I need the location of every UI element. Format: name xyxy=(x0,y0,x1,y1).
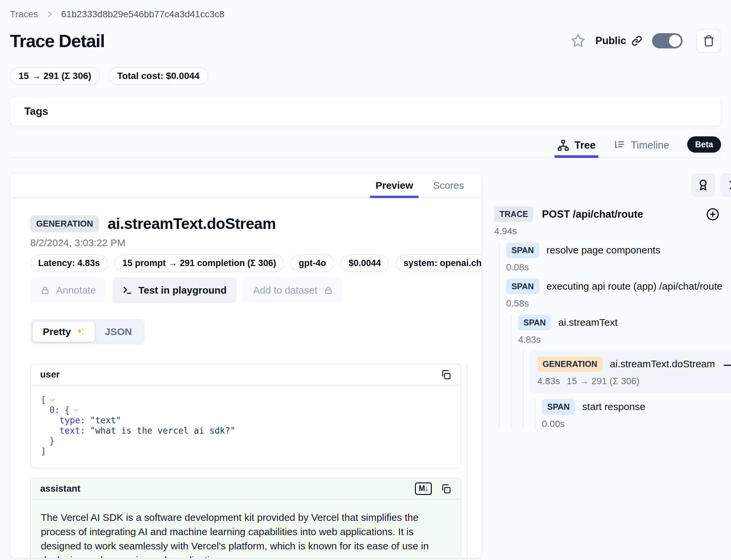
selected-tree-node[interactable]: GENERATION ai.streamText.doStream 4.83s … xyxy=(530,350,731,393)
markdown-icon[interactable]: M↓ xyxy=(415,482,432,495)
collapse-node-icon[interactable] xyxy=(722,356,731,371)
tab-scores[interactable]: Scores xyxy=(423,174,474,197)
lock-icon xyxy=(40,285,50,295)
tree-node[interactable]: SPAN resolve page components 0.08s xyxy=(506,243,731,273)
toggle-knob xyxy=(669,35,681,47)
tab-timeline-label: Timeline xyxy=(631,139,669,151)
trace-summary-chips: 15 → 291 (Σ 306) Total cost: $0.0044 xyxy=(10,67,721,85)
chevron-down-icon[interactable] xyxy=(49,396,56,404)
tree-node[interactable]: SPAN start response 0.00s xyxy=(542,399,731,429)
breadcrumb-trace-id: 61b2333d8b29e546bb77c4a3d41cc3c8 xyxy=(61,9,225,20)
assistant-role-label: assistant xyxy=(40,483,80,494)
code-line: ] xyxy=(41,446,451,456)
code-token: ] xyxy=(41,446,46,456)
user-message-card: user [ 0: { xyxy=(30,364,461,468)
annotate-label: Annotate xyxy=(56,285,96,296)
copy-icon[interactable] xyxy=(440,483,451,494)
system-pill: system: openai.chat xyxy=(396,254,481,272)
annotate-button[interactable]: Annotate xyxy=(30,277,106,303)
code-token: type: xyxy=(59,415,85,426)
observation-metadata-pills: Latency: 4.83s 15 prompt → 291 completio… xyxy=(30,254,461,272)
trace-detail-page: { "accent_color": "#4a4de0", "breadcrumb… xyxy=(0,0,731,560)
code-line: 0: { xyxy=(41,405,451,415)
chevron-down-icon[interactable] xyxy=(72,407,80,414)
tags-card: Tags xyxy=(10,96,721,126)
beta-badge: Beta xyxy=(687,136,721,153)
copy-icon[interactable] xyxy=(440,369,451,380)
node-label: executing api route (app) /api/chat/rout… xyxy=(547,279,724,293)
node-label: resolve page components xyxy=(547,243,661,257)
observation-actions: Annotate Test in playground Add to datas… xyxy=(30,277,461,303)
trace-root-row[interactable]: TRACE POST /api/chat/route xyxy=(494,206,731,222)
code-token: } xyxy=(49,436,55,446)
view-tabs: Tree Timeline Beta xyxy=(10,135,721,158)
tab-tree-label: Tree xyxy=(574,139,596,151)
timeline-icon xyxy=(614,139,625,151)
observation-panel: Preview Scores GENERATION ai.streamText.… xyxy=(10,173,481,558)
breadcrumb: Traces 61b2333d8b29e546bb77c4a3d41cc3c8 xyxy=(10,8,721,21)
tab-preview-label: Preview xyxy=(375,180,413,191)
code-token: "what is the vercel ai sdk?" xyxy=(90,426,235,436)
tab-timeline[interactable]: Timeline xyxy=(614,139,669,157)
trace-root-label: POST /api/chat/route xyxy=(542,208,643,220)
public-toggle[interactable] xyxy=(652,33,683,48)
tree-level-2: SPAN ai.streamText 4.83s GENERATION ai.s… xyxy=(511,315,731,429)
panel-tabs: Preview Scores xyxy=(10,174,481,198)
tree-actions xyxy=(494,173,731,197)
tree-icon xyxy=(557,139,569,151)
assistant-message-header: assistant M↓ xyxy=(31,478,461,500)
public-control: Public xyxy=(595,35,642,47)
latency-pill: Latency: 4.83s xyxy=(30,254,108,272)
page-header: Trace Detail Public xyxy=(10,28,721,54)
node-duration: 0.00s xyxy=(542,419,731,429)
observation-timestamp: 8/2/2024, 3:03:22 PM xyxy=(30,237,461,248)
scrollbar-track[interactable] xyxy=(467,363,467,558)
code-line: type: "text" xyxy=(41,415,451,426)
code-token: "text" xyxy=(90,415,121,426)
trace-duration: 4.94s xyxy=(494,226,731,237)
generation-badge: GENERATION xyxy=(537,356,603,372)
header-controls: Public xyxy=(571,29,721,53)
assistant-message-card: assistant M↓ The Vercel AI SDK is a soft… xyxy=(30,478,461,558)
code-line: text: "what is the vercel ai sdk?" xyxy=(41,426,451,436)
test-in-playground-button[interactable]: Test in playground xyxy=(112,277,237,303)
tree-node[interactable]: SPAN ai.streamText 4.83s xyxy=(518,315,731,345)
node-token-usage: 15 → 291 (Σ 306) xyxy=(567,376,640,386)
code-token: { xyxy=(64,405,70,415)
format-toggle: Pretty JSON xyxy=(30,319,145,344)
trace-tree-panel: TRACE POST /api/chat/route 4.94s SPAN re… xyxy=(494,173,731,558)
node-duration: 4.83s xyxy=(537,376,560,386)
tree-level-1: SPAN resolve page components 0.08s SPAN … xyxy=(499,243,731,429)
observation-name: ai.streamText.doStream xyxy=(108,215,276,233)
pretty-label: Pretty xyxy=(43,326,71,337)
span-badge: SPAN xyxy=(506,243,539,258)
json-toggle[interactable]: JSON xyxy=(95,322,142,342)
delete-trace-button[interactable] xyxy=(696,29,721,53)
code-token: [ xyxy=(41,395,46,405)
collapse-all-button[interactable] xyxy=(720,173,731,197)
pretty-toggle[interactable]: Pretty xyxy=(33,322,95,342)
scores-award-button[interactable] xyxy=(691,173,715,197)
tree-node[interactable]: SPAN executing api route (app) /api/chat… xyxy=(506,279,731,309)
span-badge: SPAN xyxy=(506,279,539,294)
main-content: Preview Scores GENERATION ai.streamText.… xyxy=(10,173,721,558)
tab-preview[interactable]: Preview xyxy=(366,174,423,197)
span-badge: SPAN xyxy=(542,399,575,415)
assistant-message-text: The Vercel AI SDK is a software developm… xyxy=(31,500,461,558)
add-to-dataset-button[interactable]: Add to dataset xyxy=(243,277,343,303)
breadcrumb-traces-link[interactable]: Traces xyxy=(10,9,38,20)
tab-scores-label: Scores xyxy=(433,180,464,191)
code-line: } xyxy=(41,436,451,446)
observation-type-badge: GENERATION xyxy=(30,215,99,232)
chevron-right-icon xyxy=(45,10,54,19)
token-usage-chip: 15 → 291 (Σ 306) xyxy=(10,67,100,85)
tab-tree[interactable]: Tree xyxy=(557,139,596,157)
award-icon xyxy=(697,179,709,191)
fold-vertical-icon xyxy=(726,179,731,191)
tree-level-4: SPAN start response 0.00s xyxy=(535,399,731,429)
expand-all-icon[interactable] xyxy=(706,207,720,221)
star-icon[interactable] xyxy=(571,34,585,48)
node-label: start response xyxy=(582,399,645,414)
playground-label: Test in playground xyxy=(138,285,227,296)
model-pill: gpt-4o xyxy=(291,254,334,272)
